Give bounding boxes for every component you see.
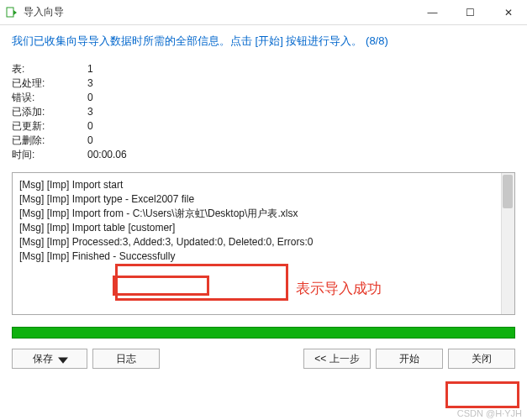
app-icon — [5, 6, 18, 19]
log-line: [Msg] [Imp] Import table [customer] — [19, 221, 508, 235]
stats-value: 00:00.06 — [87, 148, 127, 162]
start-button-label: 开始 — [399, 352, 419, 366]
save-dropdown-button[interactable]: 保存 ▾ — [12, 349, 87, 369]
window-title: 导入向导 — [24, 5, 64, 19]
stats-panel: 表:1 已处理:3 错误:0 已添加:3 已更新:0 已删除:0 时间:00:0… — [0, 49, 527, 169]
caret-down-icon: ▾ — [58, 353, 69, 365]
save-button-label: 保存 — [33, 352, 53, 366]
stats-value: 1 — [87, 62, 93, 76]
stats-row: 时间:00:00.06 — [12, 148, 515, 162]
stats-value: 0 — [87, 91, 93, 105]
stats-label: 已删除: — [12, 134, 87, 148]
stats-value: 0 — [87, 119, 93, 134]
maximize-button[interactable]: ☐ — [451, 0, 489, 25]
close-button-label: 关闭 — [472, 352, 492, 366]
log-line: [Msg] [Imp] Finished - Successfully — [19, 249, 508, 264]
stats-row: 表:1 — [12, 62, 515, 76]
stats-label: 已更新: — [12, 119, 87, 134]
back-button[interactable]: << 上一步 — [303, 349, 371, 369]
stats-label: 已处理: — [12, 76, 87, 91]
log-button-label: 日志 — [116, 352, 136, 366]
progress-bar — [12, 327, 515, 339]
stats-row: 已处理:3 — [12, 76, 515, 91]
scrollbar-thumb[interactable] — [503, 175, 513, 208]
log-line: [Msg] [Imp] Import start — [19, 178, 508, 192]
stats-label: 表: — [12, 62, 87, 76]
titlebar: 导入向导 — ☐ ✕ — [0, 0, 527, 25]
start-button[interactable]: 开始 — [376, 349, 443, 369]
wizard-instruction: 我们已收集向导导入数据时所需的全部信息。点击 [开始] 按钮进行导入。 (8/8… — [0, 25, 527, 49]
stats-label: 时间: — [12, 148, 87, 162]
svg-rect-0 — [7, 8, 13, 17]
stats-value: 3 — [87, 105, 93, 119]
log-line: [Msg] [Imp] Import from - C:\Users\谢京虹\D… — [19, 207, 508, 221]
stats-row: 已删除:0 — [12, 134, 515, 148]
minimize-button[interactable]: — — [414, 0, 451, 25]
log-line: [Msg] [Imp] Processed:3, Added:3, Update… — [19, 235, 508, 249]
stats-row: 已添加:3 — [12, 105, 515, 119]
scrollbar[interactable] — [501, 173, 514, 314]
close-icon: ✕ — [504, 7, 513, 18]
button-bar: 保存 ▾ 日志 << 上一步 开始 关闭 — [0, 339, 527, 369]
annotation-box-close-button — [445, 381, 519, 408]
stats-value: 0 — [87, 134, 93, 148]
stats-value: 3 — [87, 76, 93, 91]
stats-row: 错误:0 — [12, 91, 515, 105]
minimize-icon: — — [428, 7, 438, 18]
log-button[interactable]: 日志 — [92, 349, 160, 369]
stats-row: 已更新:0 — [12, 119, 515, 134]
log-output[interactable]: [Msg] [Imp] Import start [Msg] [Imp] Imp… — [12, 172, 515, 315]
stats-label: 错误: — [12, 91, 87, 105]
log-line: [Msg] [Imp] Import type - Excel2007 file — [19, 192, 508, 207]
stats-label: 已添加: — [12, 105, 87, 119]
close-window-button[interactable]: ✕ — [489, 0, 527, 25]
back-button-label: << 上一步 — [314, 352, 359, 366]
watermark: CSDN @H·YJH — [457, 408, 522, 418]
maximize-icon: ☐ — [466, 7, 475, 18]
close-button[interactable]: 关闭 — [448, 349, 515, 369]
